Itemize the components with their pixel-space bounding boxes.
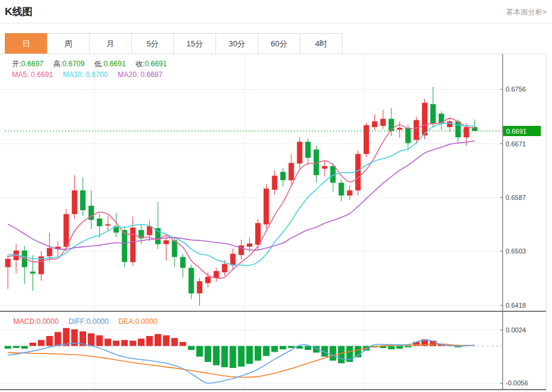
title-divider <box>0 23 552 23</box>
low-value: 0.6691 <box>104 60 126 68</box>
tab-30min[interactable]: 30分 <box>216 33 258 54</box>
current-price-label: 0.6691 <box>506 128 527 135</box>
ma20-label: MA20: <box>117 70 138 79</box>
diff-label: DIFF: <box>69 317 87 326</box>
axis-tick-label: -0.0056 <box>506 379 528 387</box>
ma20-value: 0.6687 <box>141 70 163 79</box>
tab-monthly[interactable]: 月 <box>89 33 132 54</box>
tab-60min[interactable]: 60分 <box>258 33 300 54</box>
close-label: 收: <box>135 60 144 68</box>
page-title: K线图 <box>5 5 33 19</box>
ma10-label: MA10: <box>63 70 84 79</box>
diff-value: 0.0000 <box>87 317 109 326</box>
axis-tick-label: 0.0024 <box>506 326 526 334</box>
tab-weekly[interactable]: 周 <box>47 33 90 54</box>
axis-tick-label: 0.6418 <box>506 302 526 309</box>
fundamental-analysis-link[interactable]: 基本面分析> <box>506 7 547 17</box>
high-value: 0.6709 <box>63 60 85 68</box>
axis-tick-label: 0.6756 <box>506 86 526 93</box>
tab-daily[interactable]: 日 <box>5 33 48 54</box>
axis-tick-label: 0.6671 <box>506 140 526 148</box>
ohlc-legend: 开:0.6697 高:0.6709 低:0.6691 收:0.6691 <box>12 59 175 69</box>
candles-group <box>5 87 478 305</box>
interval-tabbar: 日 周 月 5分 15分 30分 60分 4时 <box>5 33 343 54</box>
ma5-value: 0.6691 <box>31 70 53 79</box>
open-value: 0.6697 <box>21 60 43 68</box>
dea-label: DEA: <box>119 317 135 326</box>
ma10-value: 0.6700 <box>85 70 108 79</box>
macd-label: MACD: <box>13 317 37 326</box>
tab-15min[interactable]: 15分 <box>173 33 216 54</box>
open-label: 开: <box>12 60 21 68</box>
tab-5min[interactable]: 5分 <box>131 33 174 54</box>
ma5-label: MA5: <box>12 70 29 79</box>
macd-legend: MACD:0.0000 DIFF:0.0000 DEA:0.0000 <box>13 317 165 326</box>
low-label: 低: <box>95 60 104 68</box>
tab-4hour[interactable]: 4时 <box>300 33 343 54</box>
close-value: 0.6691 <box>145 60 167 68</box>
ma-legend: MA5: 0.6691 MA10: 0.6700 MA20: 0.6687 <box>12 70 170 79</box>
macd-histogram <box>5 328 470 368</box>
high-label: 高: <box>53 60 62 68</box>
kline-chart-canvas[interactable]: 0.66910.67560.66710.65870.65030.64180.00… <box>0 54 552 392</box>
ma20-line <box>8 141 475 250</box>
axis-tick-label: 0.6503 <box>506 247 526 255</box>
axis-tick-label: 0.6587 <box>506 194 526 201</box>
dea-value: 0.0000 <box>135 317 158 326</box>
macd-value: 0.0000 <box>37 317 59 326</box>
